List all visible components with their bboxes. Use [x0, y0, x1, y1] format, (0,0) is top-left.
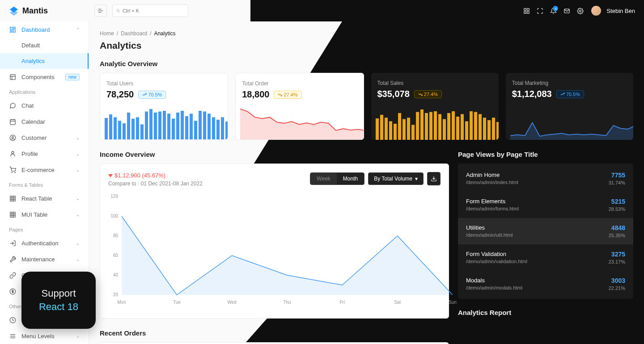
stat-pct: 27.4%: [424, 92, 438, 97]
pv-title: Modals: [466, 277, 522, 284]
chevron-down-icon: ⌄: [76, 196, 80, 201]
svg-rect-91: [465, 121, 468, 140]
pageview-row[interactable]: Modals/demo/admin/modals.html300322.21%: [458, 271, 633, 297]
sidebar-item-label: Analytics: [21, 58, 80, 64]
pageview-row[interactable]: Admin Home/demo/admin/index.html775531.7…: [458, 165, 633, 192]
search-box[interactable]: [112, 4, 188, 17]
svg-text:Sun: Sun: [449, 300, 457, 305]
sidebar-item-label: Menu Levels: [21, 333, 71, 340]
svg-rect-64: [199, 111, 202, 139]
sidebar-item-customer[interactable]: Customer⌄: [0, 130, 89, 146]
pv-pct: 22.21%: [609, 285, 625, 291]
search-input[interactable]: [123, 8, 184, 13]
svg-rect-84: [434, 111, 437, 140]
section-title-orders: Recent Orders: [100, 329, 449, 337]
sidebar-item-authentication[interactable]: Authentication⌄: [0, 235, 89, 251]
svg-rect-96: [487, 120, 491, 140]
pv-num: 4848: [609, 224, 625, 231]
svg-text:Thu: Thu: [283, 300, 291, 305]
sidebar-item-profile[interactable]: Profile⌄: [0, 146, 89, 162]
sidebar-item-label: React Table: [21, 195, 71, 202]
sidebar-group-forms: Forms & Tables: [0, 178, 89, 190]
svg-rect-14: [10, 31, 12, 32]
sidebar-item-chat[interactable]: Chat: [0, 97, 89, 113]
range-segment: Week Month: [310, 172, 364, 185]
svg-rect-92: [470, 111, 473, 140]
user-menu[interactable]: Stebin Ben: [588, 5, 637, 17]
dollar-icon: [9, 288, 16, 295]
svg-rect-85: [438, 114, 441, 140]
stat-value: $1,12,083: [512, 89, 552, 99]
pv-title: Form Validation: [466, 251, 527, 257]
svg-rect-51: [140, 124, 144, 139]
sidebar-item-maintenance[interactable]: Maintenance⌄: [0, 251, 89, 267]
sidebar-toggle-button[interactable]: [94, 4, 107, 17]
svg-rect-49: [131, 119, 135, 139]
pv-title: Admin Home: [466, 172, 518, 178]
svg-rect-65: [203, 112, 206, 139]
support-line2: React 18: [39, 301, 78, 313]
breadcrumb-home[interactable]: Home: [100, 30, 114, 37]
notification-badge: 4: [553, 6, 558, 11]
pageview-row[interactable]: Form Elements/demo/admin/forms.html52152…: [458, 192, 633, 218]
svg-rect-13: [13, 29, 15, 32]
fullscreen-button[interactable]: [534, 5, 546, 17]
sidebar-item-label: Components: [21, 74, 60, 80]
svg-rect-6: [527, 8, 529, 10]
svg-rect-15: [10, 74, 15, 79]
svg-rect-70: [225, 122, 228, 139]
apps-button[interactable]: [521, 5, 532, 17]
svg-rect-87: [447, 113, 450, 140]
new-badge: new: [65, 74, 80, 80]
svg-text:80: 80: [113, 233, 119, 238]
range-month-button[interactable]: Month: [337, 173, 364, 185]
trend-up-icon: [142, 92, 147, 97]
notifications-button[interactable]: 4: [547, 5, 559, 17]
sidebar-item-dashboard[interactable]: Dashboard ⌃: [0, 21, 89, 38]
svg-text:60: 60: [113, 253, 119, 258]
svg-rect-76: [398, 113, 401, 140]
svg-rect-90: [461, 114, 464, 140]
metric-dropdown[interactable]: By Total Volume▾: [368, 172, 424, 185]
trend-up-icon: [560, 92, 565, 96]
svg-rect-68: [216, 120, 220, 139]
sidebar-item-mui-table[interactable]: MUI Table⌄: [0, 206, 89, 222]
pv-num: 3275: [609, 251, 625, 258]
section-title-pageviews: Page Views by Page Title: [458, 151, 633, 158]
support-bubble[interactable]: Support React 18: [21, 272, 96, 329]
svg-rect-57: [167, 113, 170, 139]
breadcrumb-dashboard[interactable]: Dashboard: [121, 30, 147, 37]
pageview-row[interactable]: Utilities/demo/admin/util.html484825.35%: [458, 218, 633, 244]
sidebar-item-ecommerce[interactable]: E-commerce⌄: [0, 162, 89, 178]
svg-rect-80: [416, 112, 419, 140]
svg-rect-52: [145, 112, 148, 139]
profile-icon: [9, 150, 16, 157]
pv-pct: 31.74%: [609, 180, 625, 185]
sidebar-item-analytics[interactable]: Analytics: [0, 53, 89, 69]
messages-button[interactable]: [561, 5, 572, 17]
sidebar-item-menu-levels[interactable]: Menu Levels⌄: [0, 328, 89, 344]
pv-path: /demo/admin/forms.html: [466, 206, 519, 211]
table-icon: [9, 195, 16, 202]
trend-down-icon: [278, 92, 282, 97]
sidebar-item-calendar[interactable]: Calendar: [0, 113, 89, 130]
svg-rect-97: [492, 117, 495, 140]
range-week-button[interactable]: Week: [310, 173, 336, 185]
wrench-icon: [9, 256, 16, 263]
stat-pill: 27.4%: [274, 91, 301, 99]
svg-rect-12: [13, 27, 15, 28]
sidebar-item-components[interactable]: Components new: [0, 69, 89, 85]
settings-button[interactable]: [574, 5, 586, 17]
sidebar-item-default[interactable]: Default: [0, 38, 89, 53]
svg-text:Mon: Mon: [117, 300, 126, 305]
sidebar-item-react-table[interactable]: React Table⌄: [0, 190, 89, 206]
pageview-row[interactable]: Form Validation/demo/admin/validation.ht…: [458, 244, 633, 271]
chevron-up-icon: ⌃: [76, 27, 80, 32]
pv-title: Utilities: [466, 224, 513, 231]
svg-text:120: 120: [110, 194, 118, 199]
pageviews-card: Admin Home/demo/admin/index.html775531.7…: [458, 164, 633, 299]
logo[interactable]: Mantis: [0, 6, 89, 16]
svg-text:Fri: Fri: [339, 300, 345, 305]
cart-icon: [9, 166, 16, 173]
download-button[interactable]: [427, 172, 441, 185]
